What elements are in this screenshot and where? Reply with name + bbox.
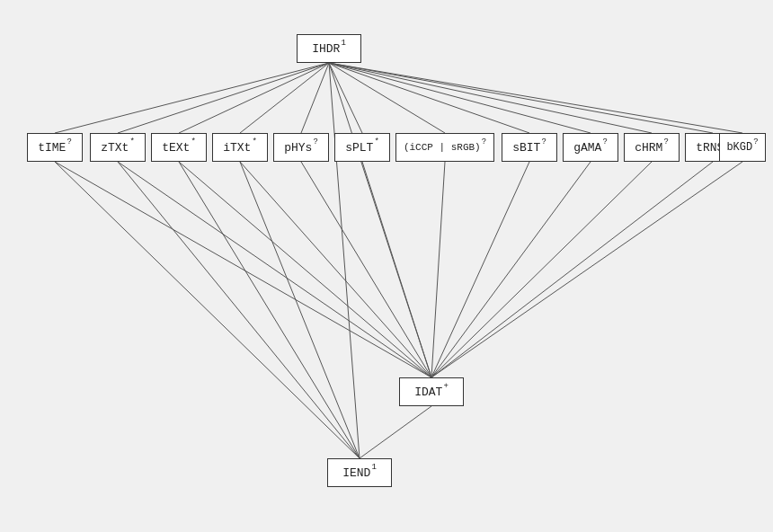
tIME-label: tIME bbox=[38, 141, 66, 155]
svg-line-15 bbox=[240, 162, 431, 377]
sBIT-sup: ? bbox=[541, 137, 546, 146]
iend-node: IEND1 bbox=[327, 458, 392, 487]
tEXt-sup: * bbox=[191, 137, 195, 146]
iTXt-label: iTXt bbox=[223, 141, 251, 155]
gAMA-sup: ? bbox=[602, 137, 607, 146]
svg-line-30 bbox=[240, 162, 360, 458]
svg-line-23 bbox=[431, 162, 742, 377]
svg-line-2 bbox=[179, 63, 329, 133]
svg-line-20 bbox=[431, 162, 591, 377]
svg-line-16 bbox=[301, 162, 431, 377]
svg-line-29 bbox=[179, 162, 360, 458]
cHRM-label: cHRM bbox=[635, 141, 662, 155]
tEXt-node: tEXt* bbox=[151, 133, 207, 162]
ihdr-label: IHDR bbox=[312, 42, 340, 56]
svg-line-22 bbox=[431, 162, 713, 377]
svg-line-18 bbox=[431, 162, 445, 377]
pHYs-node: pHYs? bbox=[273, 133, 329, 162]
svg-line-17 bbox=[362, 162, 431, 377]
gAMA-label: gAMA bbox=[573, 141, 601, 155]
svg-line-13 bbox=[118, 162, 431, 377]
svg-line-19 bbox=[431, 162, 529, 377]
idat-label: IDAT bbox=[414, 386, 442, 399]
gAMA-node: gAMA? bbox=[563, 133, 618, 162]
svg-line-4 bbox=[301, 63, 329, 133]
iend-sup: 1 bbox=[371, 463, 376, 472]
svg-line-6 bbox=[329, 63, 445, 133]
svg-line-9 bbox=[329, 63, 652, 133]
cHRM-node: cHRM? bbox=[624, 133, 680, 162]
sBIT-node: sBIT? bbox=[502, 133, 557, 162]
iCCP-sup: ? bbox=[482, 137, 486, 146]
svg-line-8 bbox=[329, 63, 591, 133]
svg-line-25 bbox=[329, 63, 431, 377]
iend-label: IEND bbox=[342, 466, 370, 480]
svg-line-1 bbox=[118, 63, 329, 133]
zTXt-node: zTXt* bbox=[90, 133, 146, 162]
iCCP-node: (iCCP | sRGB)? bbox=[395, 133, 494, 162]
sPLT-node: sPLT* bbox=[334, 133, 390, 162]
svg-line-7 bbox=[329, 63, 529, 133]
svg-line-3 bbox=[240, 63, 329, 133]
pHYs-label: pHYs bbox=[284, 141, 312, 155]
iTXt-sup: * bbox=[252, 137, 256, 146]
svg-line-24 bbox=[360, 406, 431, 458]
svg-line-26 bbox=[329, 63, 360, 458]
idat-sup: + bbox=[443, 382, 448, 391]
cHRM-sup: ? bbox=[663, 137, 668, 146]
pHYs-sup: ? bbox=[313, 137, 317, 146]
bKGD-label: bKGD bbox=[726, 141, 752, 154]
svg-line-14 bbox=[179, 162, 431, 377]
bKGD-sup: ? bbox=[753, 137, 758, 146]
tIME-node: tIME? bbox=[27, 133, 83, 162]
svg-line-21 bbox=[431, 162, 652, 377]
iTXt-node: iTXt* bbox=[212, 133, 268, 162]
sBIT-label: sBIT bbox=[512, 141, 540, 155]
svg-line-10 bbox=[329, 63, 713, 133]
tIME-sup: ? bbox=[67, 137, 71, 146]
ihdr-node: IHDR1 bbox=[297, 34, 361, 63]
idat-node: IDAT+ bbox=[399, 377, 464, 406]
ihdr-sup: 1 bbox=[341, 39, 345, 48]
iCCP-label: (iCCP | sRGB) bbox=[404, 142, 481, 153]
zTXt-sup: * bbox=[129, 137, 134, 146]
tEXt-label: tEXt bbox=[162, 141, 190, 155]
svg-line-12 bbox=[55, 162, 431, 377]
sPLT-label: sPLT bbox=[345, 141, 373, 155]
svg-line-11 bbox=[329, 63, 742, 133]
svg-line-0 bbox=[55, 63, 329, 133]
sPLT-sup: * bbox=[374, 137, 378, 146]
bKGD-node: bKGD? bbox=[719, 133, 766, 162]
svg-line-5 bbox=[329, 63, 362, 133]
zTXt-label: zTXt bbox=[101, 141, 129, 155]
svg-line-27 bbox=[55, 162, 360, 458]
svg-line-28 bbox=[118, 162, 360, 458]
